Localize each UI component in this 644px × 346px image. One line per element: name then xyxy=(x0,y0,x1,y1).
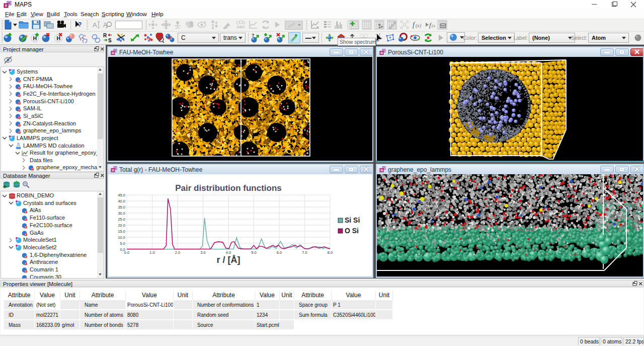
svg-text:8.0: 8.0 xyxy=(328,250,333,255)
svg-text:?: ? xyxy=(252,33,255,38)
svg-text:A: A xyxy=(93,21,97,29)
svg-text:7.0: 7.0 xyxy=(302,250,307,255)
svg-text:25.0: 25.0 xyxy=(118,217,125,222)
svg-text:35.0: 35.0 xyxy=(118,205,125,210)
svg-text:5.0: 5.0 xyxy=(251,250,256,255)
svg-text:?: ? xyxy=(78,21,82,28)
svg-text:ABC: ABC xyxy=(236,25,246,29)
svg-text:10.0: 10.0 xyxy=(118,235,125,240)
svg-text:S: S xyxy=(108,38,112,43)
svg-text:2.0: 2.0 xyxy=(175,250,180,255)
svg-text:0.0: 0.0 xyxy=(124,250,129,255)
svg-text:20.0: 20.0 xyxy=(118,223,125,228)
svg-text:(x): (x) xyxy=(432,23,435,28)
svg-text:45.0: 45.0 xyxy=(118,193,125,197)
svg-text:(x): (x) xyxy=(416,23,422,29)
svg-text:6.0: 6.0 xyxy=(277,250,282,255)
svg-text:H: H xyxy=(33,35,37,41)
svg-text:H: H xyxy=(57,35,61,41)
svg-text:4.0: 4.0 xyxy=(226,250,231,255)
svg-text:Si Si: Si Si xyxy=(345,216,360,224)
svg-text:15.0: 15.0 xyxy=(118,229,125,234)
svg-text:1.0: 1.0 xyxy=(149,250,154,255)
svg-text:O Si: O Si xyxy=(345,227,359,235)
svg-text:3.0: 3.0 xyxy=(200,250,205,255)
svg-text:5.0: 5.0 xyxy=(120,241,125,246)
svg-text:30.0: 30.0 xyxy=(118,211,125,216)
svg-text:R: R xyxy=(103,33,107,38)
svg-text:40.0: 40.0 xyxy=(118,199,125,203)
svg-text:Pair distribution functions: Pair distribution functions xyxy=(175,183,282,193)
svg-text:r / [Å]: r / [Å] xyxy=(217,255,240,265)
